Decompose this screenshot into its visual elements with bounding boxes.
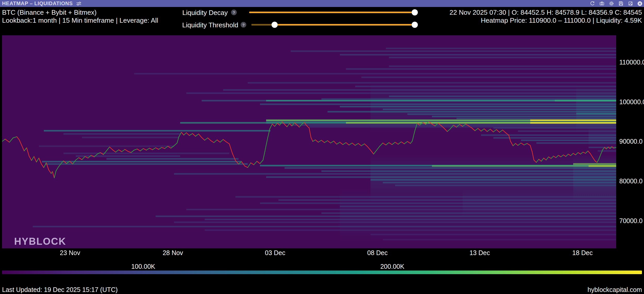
titlebar: HEATMAP – LIQUIDATIONS — [0, 0, 644, 7]
screenshot-camera-icon[interactable] — [599, 1, 604, 6]
date-axis-label: 18 Dec — [572, 249, 593, 257]
date-axis: 23 Nov28 Nov03 Dec08 Dec13 Dec18 Dec — [2, 249, 616, 257]
date-axis-label: 03 Dec — [265, 249, 285, 257]
colorbar-scale-label: 100.00K — [131, 263, 155, 270]
colorbar-labels: 100.00K200.00K — [2, 263, 642, 270]
refresh-icon[interactable] — [590, 1, 595, 6]
date-axis-label: 23 Nov — [60, 249, 80, 257]
date-axis-label: 13 Dec — [469, 249, 490, 257]
price-axis-label: 80000.0 — [619, 177, 642, 185]
threshold-help-icon[interactable]: ? — [241, 22, 246, 28]
liquidity-threshold-slider[interactable] — [251, 24, 416, 26]
save-icon[interactable] — [618, 1, 623, 6]
colorbar-scale-label: 200.00K — [380, 263, 404, 270]
heatmap-price-readout: Heatmap Price: 110900.0 – 111000.0 | Liq… — [481, 17, 642, 25]
liquidity-threshold-label: Liquidity Threshold — [144, 21, 238, 29]
decay-help-icon[interactable]: ? — [231, 10, 237, 15]
threshold-unselected-range — [251, 24, 275, 26]
threshold-low-handle[interactable] — [272, 22, 278, 28]
tune-icon[interactable] — [76, 1, 81, 6]
date-axis-label: 28 Nov — [163, 249, 183, 257]
price-axis: 110000.0100000.090000.080000.070000.0 — [619, 35, 644, 248]
site-label: hyblockcapital.com — [588, 286, 642, 293]
ohlc-readout: 22 Nov 2025 07:30 | O: 84452.5 H: 84578.… — [450, 9, 642, 17]
lookback-settings-label: Lookback:1 month | 15 Min timeframe | Le… — [2, 17, 158, 25]
threshold-high-handle[interactable] — [412, 22, 418, 28]
date-axis-label: 08 Dec — [367, 249, 387, 257]
titlebar-icons — [590, 0, 642, 7]
price-axis-label: 100000.0 — [619, 98, 644, 105]
diagonal-overlay-icon[interactable] — [628, 1, 633, 6]
decay-slider-handle[interactable] — [412, 9, 418, 15]
liquidity-decay-slider[interactable] — [249, 12, 416, 13]
page-title: HEATMAP – LIQUIDATIONS — [0, 1, 73, 6]
liquidity-decay-label: Liquidity Decay — [144, 9, 228, 17]
price-axis-label: 90000.0 — [619, 138, 642, 145]
heatmap-chart: HYBLOCK — [2, 35, 616, 248]
price-axis-label: 110000.0 — [619, 59, 644, 66]
settings-gear-icon[interactable] — [609, 1, 614, 6]
symbol-exchanges-label: BTC (Binance + Bybit + Bitmex) — [2, 9, 97, 17]
close-icon[interactable] — [637, 1, 642, 6]
liquidity-colorbar — [2, 271, 642, 274]
price-axis-label: 70000.0 — [619, 217, 642, 224]
last-updated-label: Last Updated: 19 Dec 2025 15:17 (UTC) — [2, 286, 118, 293]
liquidation-heatmap-canvas[interactable] — [2, 35, 616, 248]
hyblock-heatmap-app: HEATMAP – LIQUIDATIONS — [0, 0, 644, 294]
